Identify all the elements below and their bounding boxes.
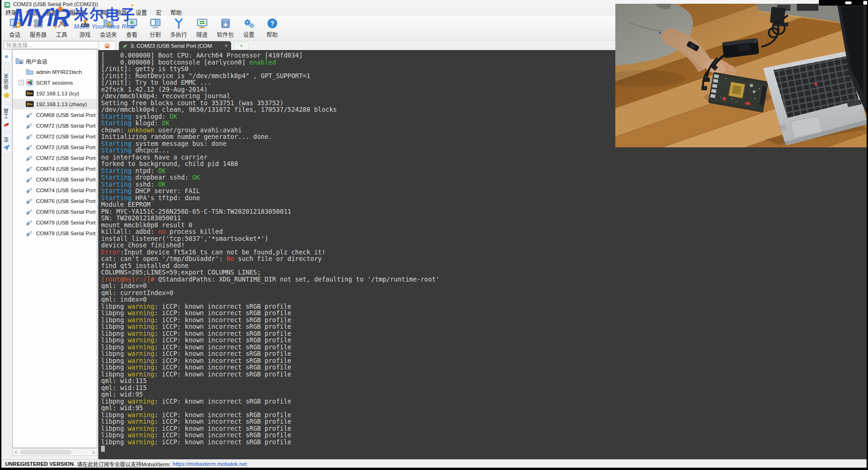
- terminal-line: libpng warning: iCCP: known incorrect sR…: [101, 310, 867, 317]
- toolbar-button-split[interactable]: 分割: [145, 16, 166, 41]
- session-tree-item[interactable]: COM68 (USB Serial Port (COM68): [13, 109, 97, 120]
- terminal-line: qml: wid:95: [101, 391, 867, 398]
- session-tree-item[interactable]: COM79 (USB Serial Port (COM79): [13, 206, 97, 217]
- sidebar-dock: « 会话夹工具宏: [1, 50, 12, 311]
- dock-tab-label: 宏: [3, 137, 10, 142]
- home-tab[interactable]: [98, 41, 116, 50]
- toolbar-button-packages[interactable]: 软件包: [215, 16, 236, 41]
- session-tree-item[interactable]: 192.168.1.13 (lcy): [13, 88, 97, 99]
- terminal-line: libpng warning: iCCP: known incorrect sR…: [101, 439, 867, 446]
- dock-tabs: 会话夹工具宏: [1, 70, 12, 157]
- session-tree-item[interactable]: COM76 (USB Serial Port (COM76): [13, 195, 97, 206]
- session-item-label: COM68 (USB Serial Port (COM68): [36, 112, 97, 118]
- terminal-line: device_chose finished!: [101, 242, 867, 249]
- session-item-label: admin MYIR21tech: [36, 69, 82, 75]
- tab-close-icon[interactable]: ×: [225, 43, 228, 49]
- session-item-label: COM79 (USB Serial Port (COM79): [36, 220, 97, 225]
- terminal-line: Starting ntpd: OK: [101, 167, 867, 174]
- scroll-left-icon[interactable]: <: [13, 450, 19, 455]
- tunnel-icon: [196, 17, 208, 29]
- tab-com23[interactable]: 3. COM23 (USB Serial Port (COM ×: [119, 41, 231, 50]
- session-tree-item[interactable]: COM74 (USB Serial Port (COM74): [13, 174, 97, 185]
- session-item-label: COM72 (USB Serial Port (COM72): [36, 145, 97, 150]
- toolbar-button-sessions-folder[interactable]: 会话夹: [98, 16, 119, 41]
- menu-item-6[interactable]: 设置: [136, 8, 147, 16]
- terminal-line: libpng warning: iCCP: known incorrect sR…: [101, 317, 867, 324]
- session-tree-item[interactable]: COM72 (USB Serial Port (COM72): [13, 120, 97, 131]
- quick-connect-input[interactable]: [4, 41, 99, 49]
- toolbar-button-help[interactable]: ?帮助: [262, 16, 283, 41]
- toolbar-button-tools[interactable]: 工具: [51, 16, 72, 41]
- session-item-label: COM79 (USB Serial Port (COM79): [36, 231, 97, 236]
- session-item-label: 192.168.1.13 (lcy): [36, 91, 79, 96]
- terminal-cursor: [101, 446, 105, 452]
- terminal-line: Starting dhcpcd...: [101, 147, 867, 154]
- terminal-tab-bar: 3. COM23 (USB Serial Port (COM × +: [98, 41, 249, 50]
- menu-item-5[interactable]: 游戏: [116, 8, 127, 16]
- toolbar-button-settings[interactable]: 设置: [238, 16, 259, 41]
- session-tree-item[interactable]: 用户会话: [13, 56, 97, 66]
- toolbar-button-label: 查看: [126, 30, 137, 38]
- sessions-folder-icon: [102, 17, 115, 29]
- plug-icon: [26, 132, 34, 140]
- terminal-line: libpng warning: iCCP: known incorrect sR…: [101, 344, 867, 351]
- menu-item-4[interactable]: 工具: [95, 8, 107, 16]
- menu-item-2[interactable]: 查看: [46, 8, 57, 16]
- session-tree-item[interactable]: COM74 (USB Serial Port (COM74): [13, 185, 97, 195]
- session-tree-item[interactable]: COM74 (USB Serial Port (COM74): [13, 163, 97, 174]
- toolsred-icon: [3, 121, 10, 128]
- session-tree-item[interactable]: +SCRT sessions: [13, 77, 97, 88]
- toolbar-button-games[interactable]: 游戏: [74, 16, 95, 41]
- terminal-line: Starting sshd: OK: [101, 181, 867, 188]
- toolbar-button-label: 分割: [149, 30, 160, 38]
- terminal-line: qml: wid:115: [101, 384, 867, 391]
- menu-item-7[interactable]: 宏: [156, 8, 161, 16]
- toolbar-button-tunnel[interactable]: 隧道: [191, 16, 212, 41]
- expander-icon[interactable]: +: [19, 80, 24, 85]
- toolbar-button-label: 游戏: [79, 30, 90, 38]
- plane-icon: [3, 144, 10, 152]
- scrollbar-track[interactable]: [19, 450, 90, 455]
- session-item-label: COM72 (USB Serial Port (COM72): [36, 155, 97, 161]
- session-tree-item[interactable]: admin MYIR21tech: [13, 66, 97, 77]
- session-tree-item[interactable]: COM79 (USB Serial Port (COM79): [13, 228, 97, 239]
- menu-item-3[interactable]: X服务器: [66, 8, 87, 16]
- session-tree-item[interactable]: COM72 (USB Serial Port (COM72): [13, 131, 97, 142]
- session-tree-item[interactable]: COM79 (USB Serial Port (COM79): [13, 217, 97, 228]
- toolbar-button-view[interactable]: 查看: [121, 16, 142, 41]
- menu-item-1[interactable]: 会话: [26, 8, 37, 16]
- terminal-line: find qt5 installed done: [101, 262, 867, 269]
- mobaxterm-link[interactable]: https://mobaxterm.mobatek.net: [173, 461, 247, 467]
- app-icon: [4, 1, 10, 7]
- screen-edge: [0, 0, 1, 470]
- dock-tab-tools[interactable]: 工具: [1, 105, 12, 131]
- terminal-line: qml: index=0: [101, 282, 867, 289]
- menu-item-8[interactable]: 帮助: [170, 8, 182, 16]
- terminal-line: libpng warning: iCCP: known incorrect sR…: [101, 357, 867, 364]
- toolbar-button-session[interactable]: 会话: [4, 16, 25, 41]
- toolbar-button-servers[interactable]: 服务器: [28, 16, 49, 41]
- plug-icon: [26, 111, 34, 119]
- dock-tab-macros[interactable]: 宏: [1, 134, 12, 154]
- sidebar-hscrollbar[interactable]: < >: [12, 448, 97, 456]
- session-tree-item[interactable]: 192.168.1.13 (zhaoy): [13, 99, 97, 109]
- dock-tab-sessions[interactable]: 会话夹: [1, 70, 12, 102]
- new-tab-button[interactable]: +: [234, 42, 249, 50]
- terminal-line: libpng warning: iCCP: known incorrect sR…: [101, 418, 867, 425]
- recorder-button-icon[interactable]: [863, 1, 867, 5]
- session-tree-item[interactable]: COM72 (USB Serial Port (COM72): [13, 142, 97, 152]
- scrollbar-thumb[interactable]: [20, 450, 72, 455]
- sidebar-collapse-button[interactable]: «: [1, 50, 12, 63]
- toolbar-button-multiexec[interactable]: 多执行: [168, 16, 189, 41]
- terminal-line: libpng warning: iCCP: known incorrect sR…: [101, 371, 867, 378]
- scroll-right-icon[interactable]: >: [90, 450, 97, 455]
- menu-item-0[interactable]: 终端: [6, 8, 17, 16]
- terminal-line: libpng warning: iCCP: known incorrect sR…: [101, 303, 867, 310]
- tab-label: 3. COM23 (USB Serial Port (COM: [131, 43, 222, 49]
- session-tree-item[interactable]: COM72 (USB Serial Port (COM72): [13, 152, 97, 163]
- terminal-line: COLUMNS=205;LINES=59;export COLUMNS LINE…: [101, 269, 867, 276]
- terminal-line: no interfaces have a carrier: [101, 154, 867, 161]
- session-item-label: COM74 (USB Serial Port (COM74): [36, 188, 97, 193]
- plug-icon: [26, 165, 34, 173]
- terminal-line: mount mmcblk0p8 result 0: [101, 222, 867, 229]
